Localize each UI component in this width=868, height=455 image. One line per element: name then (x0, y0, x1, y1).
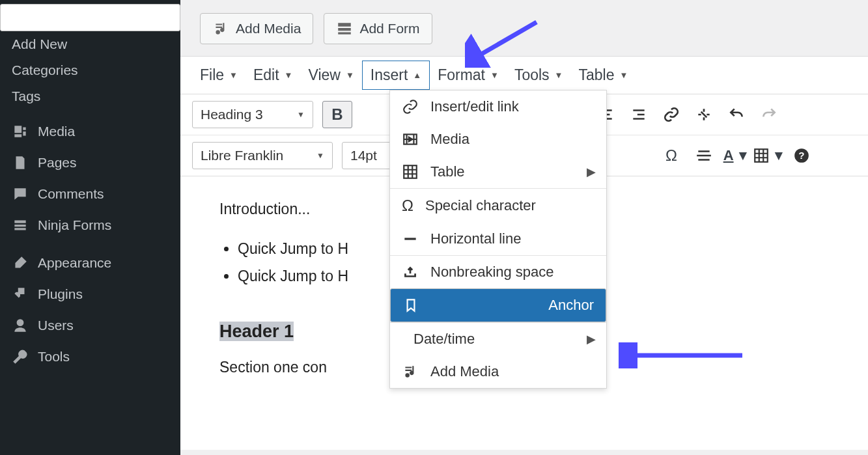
dropdown-nonbreaking-space[interactable]: Nonbreaking space (390, 256, 606, 288)
special-char-button[interactable]: Ω (657, 143, 686, 169)
format-select[interactable]: Heading 3▼ (192, 101, 313, 128)
chevron-down-icon: ▼ (772, 148, 786, 163)
media-reel-icon (402, 131, 419, 148)
undo-button[interactable] (722, 102, 751, 128)
dropdown-label: Table (430, 163, 465, 180)
dropdown-anchor[interactable]: Anchor (390, 288, 606, 322)
sidebar-item-comments[interactable]: Comments (0, 178, 180, 210)
add-media-button[interactable]: Add Media (200, 13, 313, 44)
sidebar-item-ninja-forms[interactable]: Ninja Forms (0, 210, 180, 241)
chevron-down-icon: ▼ (555, 70, 563, 80)
sidebar-item-media[interactable]: Media (0, 116, 180, 147)
form-grid-icon (336, 20, 353, 37)
unlink-button[interactable] (690, 102, 718, 128)
sidebar-item-plugins[interactable]: Plugins (0, 279, 180, 310)
chevron-down-icon: ▼ (297, 110, 305, 119)
sidebar-item-pages[interactable]: Pages (0, 147, 180, 178)
text-color-icon: A (723, 147, 734, 164)
hr-icon (695, 147, 712, 164)
menu-table[interactable]: Table▼ (570, 61, 636, 89)
chevron-down-icon: ▼ (346, 70, 354, 80)
align-right-button[interactable] (624, 102, 653, 128)
help-button[interactable]: ? (787, 143, 816, 169)
annotation-arrow-2 (619, 342, 749, 368)
media-icon (12, 123, 29, 140)
omega-icon: Ω (402, 197, 413, 215)
bold-button[interactable]: B (322, 101, 352, 128)
table-icon (753, 147, 770, 164)
table-icon (402, 163, 419, 180)
sidebar-item-label: Comments (38, 186, 104, 202)
align-right-icon (630, 106, 647, 123)
dropdown-label: Media (430, 131, 469, 148)
menu-file[interactable]: File▼ (192, 61, 245, 89)
annotation-arrow-1 (465, 16, 543, 68)
camera-music-icon (212, 20, 229, 37)
sidebar-sub-categories[interactable]: Categories (0, 57, 180, 83)
comments-icon (12, 186, 29, 202)
menu-insert[interactable]: Insert▲ (362, 61, 430, 90)
svg-rect-4 (404, 165, 417, 178)
sidebar-item-appearance[interactable]: Appearance (0, 247, 180, 279)
dropdown-label: Insert/edit link (430, 98, 519, 115)
add-form-button[interactable]: Add Form (324, 13, 432, 44)
sidebar-item-label: Media (38, 124, 75, 139)
dropdown-add-media[interactable]: Add Media (390, 355, 606, 388)
pages-icon (12, 154, 29, 171)
font-select[interactable]: Libre Franklin▼ (192, 142, 333, 169)
forms-icon (12, 217, 29, 234)
sidebar-item-users[interactable]: Users (0, 310, 180, 341)
chevron-down-icon: ▼ (316, 151, 324, 160)
table-button[interactable]: ▼ (755, 143, 783, 169)
dropdown-label: Anchor (548, 297, 594, 314)
text-color-button[interactable]: A▼ (722, 143, 751, 169)
minus-icon (402, 230, 419, 247)
plug-icon (12, 286, 29, 303)
sidebar-item-tools[interactable]: Tools (0, 341, 180, 372)
dropdown-label: Add Media (430, 363, 499, 380)
dropdown-horizontal-line[interactable]: Horizontal line (390, 223, 606, 255)
omega-icon: Ω (665, 146, 677, 165)
sidebar-item-label: Ninja Forms (38, 217, 111, 233)
button-label: Add Media (236, 21, 301, 36)
hr-button[interactable] (690, 143, 718, 169)
dropdown-insert-link[interactable]: Insert/edit link (390, 90, 606, 123)
link-button[interactable] (657, 102, 686, 128)
link-icon (663, 106, 680, 123)
redo-button[interactable] (755, 102, 783, 128)
dropdown-table[interactable]: Table ▶ (390, 156, 606, 188)
sidebar-sub-all-posts[interactable]: All Posts (0, 4, 180, 31)
button-label: Add Form (359, 21, 419, 36)
dropdown-media[interactable]: Media (390, 123, 606, 156)
sidebar-item-label: Tools (38, 349, 70, 365)
menu-edit[interactable]: Edit▼ (245, 61, 301, 89)
svg-line-5 (475, 22, 537, 58)
sidebar-item-label: Appearance (38, 255, 111, 271)
chevron-up-icon: ▲ (413, 70, 421, 80)
sidebar-sub-add-new[interactable]: Add New (0, 31, 180, 57)
svg-rect-0 (755, 149, 768, 162)
svg-text:?: ? (798, 150, 804, 161)
dropdown-label: Date/time (413, 331, 475, 348)
chevron-down-icon: ▼ (229, 70, 238, 80)
chevron-right-icon: ▶ (587, 165, 596, 179)
sidebar-item-label: Pages (38, 155, 77, 171)
dropdown-datetime[interactable]: Date/time ▶ (390, 323, 606, 355)
chevron-down-icon: ▼ (619, 70, 628, 80)
redo-icon (761, 106, 777, 123)
dropdown-special-char[interactable]: Ω Special character (390, 189, 606, 223)
menu-view[interactable]: View▼ (300, 61, 361, 89)
nbsp-icon (402, 264, 419, 281)
help-icon: ? (793, 147, 810, 164)
chevron-right-icon: ▶ (587, 332, 596, 346)
undo-icon (728, 106, 745, 123)
insert-dropdown: Insert/edit link Media Table ▶ Ω Special… (389, 90, 607, 389)
dropdown-label: Nonbreaking space (430, 264, 554, 281)
sidebar-sub-tags[interactable]: Tags (0, 83, 180, 109)
chevron-down-icon: ▼ (285, 70, 293, 80)
bold-icon: B (331, 105, 343, 124)
chevron-down-icon: ▼ (490, 70, 499, 80)
unlink-icon (695, 106, 712, 123)
camera-music-icon (402, 363, 419, 380)
sidebar-item-label: Plugins (38, 286, 83, 302)
